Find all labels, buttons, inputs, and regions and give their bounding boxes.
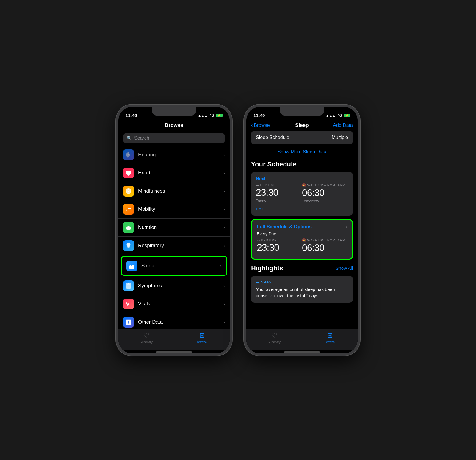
svg-rect-7 [130,265,131,266]
list-item-mindfulness[interactable]: Mindfulness › [118,182,230,200]
status-right-1: ▲▲▲ 4G ⚡ [198,113,223,118]
heart-label: Heart [138,170,223,176]
browse-tab-icon-2: ⊞ [327,332,333,339]
phones-container: 11:49 ▲▲▲ 4G ⚡ Browse 🔍 Search [116,105,360,356]
full-schedule-title: Full Schedule & Options [257,224,312,230]
list-item-otherdata[interactable]: Other Data › [118,313,230,329]
back-chevron-icon: ‹ [251,123,253,128]
list-item-sleep[interactable]: Sleep › [121,256,227,276]
full-bedtime-sub: 🛏 BEDTIME [257,238,302,242]
back-label: Browse [254,123,270,128]
nav-bar-1: Browse [118,120,230,131]
sleep-schedule-label: Sleep Schedule [256,135,289,140]
browse-tab-label-1: Browse [197,340,207,344]
list-item-hearing[interactable]: Hearing › [118,146,230,164]
battery-1: ⚡ [216,114,223,117]
status-right-2: ▲▲▲ 4G ⚡ [326,113,350,118]
list-item-mobility[interactable]: Mobility › [118,200,230,219]
hearing-chevron: › [223,152,225,157]
tab-bar-1: ♡ Summary ⊞ Browse [118,329,230,350]
browse-tab-label-2: Browse [325,340,335,344]
show-more-sleep-button[interactable]: Show More Sleep Data [251,148,353,158]
svg-point-3 [128,193,129,194]
every-day-label: Every Day [257,231,347,236]
screen-content-1: Browse 🔍 Search [118,120,230,353]
back-button[interactable]: ‹ Browse [251,123,270,128]
heart-icon [123,168,134,178]
list-item-heart[interactable]: Heart › [118,164,230,182]
tab-browse-1[interactable]: ⊞ Browse [174,332,230,344]
full-wakeup-sub: 🔕 WAKE UP – NO ALARM [302,238,347,242]
otherdata-chevron: › [223,320,225,325]
bedtime-time: 23:30 [256,187,302,198]
add-data-button[interactable]: Add Data [333,123,353,128]
schedule-card: Next 🛏 BEDTIME 23:30 Today [251,172,353,216]
respiratory-chevron: › [223,243,225,248]
sleep-chevron: › [220,263,222,268]
respiratory-label: Respiratory [138,243,223,249]
highlight-text: Your average amount of sleep has been co… [256,286,348,299]
search-icon: 🔍 [127,136,132,141]
summary-tab-label-1: Summary [140,340,153,344]
respiratory-icon [123,240,134,251]
wakeup-col: 🔕 WAKE UP – NO ALARM 06:30 Tomorrow [302,183,348,203]
otherdata-icon [123,317,134,328]
bed-icon: 🛏 [256,183,259,187]
tab-summary-1[interactable]: ♡ Summary [118,332,174,344]
list-item-symptoms[interactable]: Symptoms › [118,277,230,295]
show-all-button[interactable]: Show All [336,266,353,271]
tab-summary-2[interactable]: ♡ Summary [246,332,302,344]
signal-1: ▲▲▲ [198,114,208,117]
sleep-scroll: Sleep Schedule Multiple Show More Sleep … [246,131,358,329]
sleep-icon [126,261,137,271]
signal-2: ▲▲▲ [326,114,336,117]
tab-bar-2: ♡ Summary ⊞ Browse [246,329,358,350]
tab-browse-2[interactable]: ⊞ Browse [302,332,358,344]
status-bar-2: 11:49 ▲▲▲ 4G ⚡ [246,107,358,120]
summary-tab-label-2: Summary [268,340,281,344]
full-bed-icon: 🛏 [257,238,260,242]
hearing-icon [123,149,134,160]
bedtime-sub-label: 🛏 BEDTIME [256,183,302,187]
nav-bar-2: ‹ Browse Sleep Add Data [246,120,358,131]
svg-point-2 [128,189,129,190]
svg-rect-13 [128,283,129,284]
full-bell-icon: 🔕 [302,238,306,242]
full-bedtime-col: 🛏 BEDTIME 23:30 [257,238,302,253]
edit-button[interactable]: Edit [256,206,348,211]
mobility-chevron: › [223,207,225,212]
wakeup-day: Tomorrow [302,199,348,203]
symptoms-chevron: › [223,283,225,288]
svg-rect-8 [132,265,134,266]
full-wakeup-col: 🔕 WAKE UP – NO ALARM 06:30 [302,238,347,253]
list-item-vitals[interactable]: Vitals › [118,295,230,313]
list-item-nutrition[interactable]: Nutrition › [118,219,230,237]
wakeup-sub-label: 🔕 WAKE UP – NO ALARM [302,183,348,187]
wakeup-time: 06:30 [302,187,348,198]
menu-list: Hearing › Heart › [118,146,230,329]
mobility-label: Mobility [138,206,223,212]
search-bar[interactable]: 🔍 Search [123,133,225,143]
summary-tab-icon-1: ♡ [143,332,149,339]
mindfulness-chevron: › [223,189,225,194]
full-schedule-card[interactable]: Full Schedule & Options › Every Day 🛏 BE… [251,219,353,260]
symptoms-label: Symptoms [138,283,223,289]
phone-sleep: 11:49 ▲▲▲ 4G ⚡ ‹ Browse Sleep Add Data [244,105,360,356]
sleep-schedule-card: Sleep Schedule Multiple [251,131,353,144]
svg-point-0 [128,154,129,155]
home-indicator-1 [156,351,192,353]
full-wakeup-time: 06:30 [302,242,347,253]
home-indicator-2 [284,351,320,353]
highlight-card: 🛏 Sleep Your average amount of sleep has… [251,276,353,303]
nutrition-icon [123,222,134,233]
summary-tab-icon-2: ♡ [271,332,277,339]
highlights-title: Highlights [251,264,283,272]
status-time-1: 11:49 [126,113,137,118]
full-bedtime-time: 23:30 [257,242,302,253]
mindfulness-label: Mindfulness [138,188,223,194]
svg-point-1 [128,190,129,192]
list-item-respiratory[interactable]: Respiratory › [118,237,230,255]
symptoms-icon [123,280,134,291]
sleep-label: Sleep [141,263,220,269]
network-2: 4G [337,113,342,118]
